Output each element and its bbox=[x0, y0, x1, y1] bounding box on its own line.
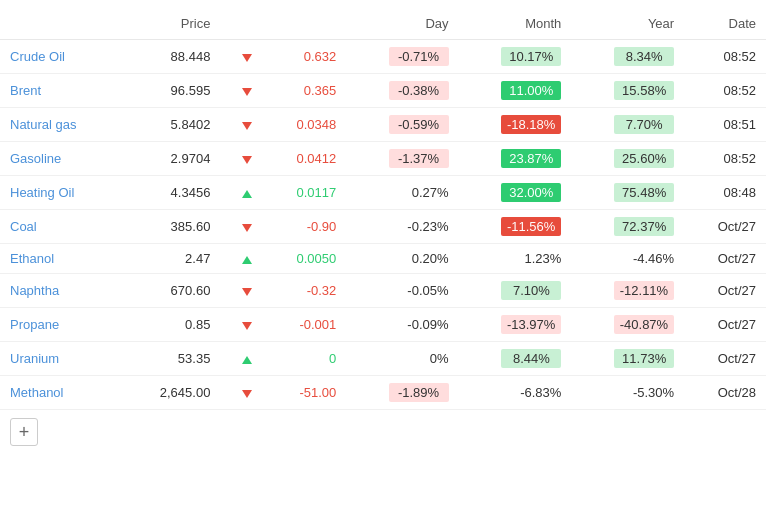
commodity-change: -0.90 bbox=[262, 210, 346, 244]
commodity-direction bbox=[220, 176, 262, 210]
commodity-direction bbox=[220, 142, 262, 176]
commodity-name[interactable]: Methanol bbox=[0, 376, 121, 410]
commodity-price: 2.9704 bbox=[121, 142, 220, 176]
commodity-year: 7.70% bbox=[571, 108, 684, 142]
commodity-price: 96.595 bbox=[121, 74, 220, 108]
col-header-arrow bbox=[220, 8, 262, 40]
commodity-date: Oct/27 bbox=[684, 244, 766, 274]
commodity-year: -40.87% bbox=[571, 308, 684, 342]
table-row: Propane0.85-0.001-0.09%-13.97%-40.87%Oct… bbox=[0, 308, 766, 342]
commodity-month: 11.00% bbox=[459, 74, 572, 108]
up-arrow-icon bbox=[242, 356, 252, 364]
commodity-change: 0.0117 bbox=[262, 176, 346, 210]
commodity-month: 10.17% bbox=[459, 40, 572, 74]
commodity-month: 8.44% bbox=[459, 342, 572, 376]
commodity-direction bbox=[220, 376, 262, 410]
commodity-day: 0.27% bbox=[346, 176, 458, 210]
col-header-year: Year bbox=[571, 8, 684, 40]
up-arrow-icon bbox=[242, 190, 252, 198]
commodity-date: Oct/27 bbox=[684, 342, 766, 376]
commodity-price: 88.448 bbox=[121, 40, 220, 74]
commodity-year: 72.37% bbox=[571, 210, 684, 244]
table-row: Crude Oil88.4480.632-0.71%10.17%8.34%08:… bbox=[0, 40, 766, 74]
commodity-date: Oct/28 bbox=[684, 376, 766, 410]
commodity-day: -0.23% bbox=[346, 210, 458, 244]
commodity-year: 8.34% bbox=[571, 40, 684, 74]
col-header-change bbox=[262, 8, 346, 40]
commodity-month: 23.87% bbox=[459, 142, 572, 176]
commodity-name[interactable]: Coal bbox=[0, 210, 121, 244]
commodity-year: 75.48% bbox=[571, 176, 684, 210]
commodity-direction bbox=[220, 274, 262, 308]
commodity-date: Oct/27 bbox=[684, 308, 766, 342]
commodity-year: 25.60% bbox=[571, 142, 684, 176]
commodity-change: 0.0412 bbox=[262, 142, 346, 176]
commodity-day: -0.05% bbox=[346, 274, 458, 308]
commodity-day: -0.71% bbox=[346, 40, 458, 74]
commodity-name[interactable]: Natural gas bbox=[0, 108, 121, 142]
commodity-day: -1.89% bbox=[346, 376, 458, 410]
commodity-name[interactable]: Naphtha bbox=[0, 274, 121, 308]
commodity-month: -13.97% bbox=[459, 308, 572, 342]
commodity-date: 08:51 bbox=[684, 108, 766, 142]
down-arrow-icon bbox=[242, 322, 252, 330]
commodity-day: -0.38% bbox=[346, 74, 458, 108]
commodity-day: -1.37% bbox=[346, 142, 458, 176]
down-arrow-icon bbox=[242, 224, 252, 232]
commodity-price: 5.8402 bbox=[121, 108, 220, 142]
commodity-name[interactable]: Brent bbox=[0, 74, 121, 108]
table-row: Coal385.60-0.90-0.23%-11.56%72.37%Oct/27 bbox=[0, 210, 766, 244]
down-arrow-icon bbox=[242, 156, 252, 164]
table-row: Heating Oil4.34560.01170.27%32.00%75.48%… bbox=[0, 176, 766, 210]
commodity-date: 08:52 bbox=[684, 74, 766, 108]
col-header-date: Date bbox=[684, 8, 766, 40]
commodity-day: -0.09% bbox=[346, 308, 458, 342]
commodity-change: 0.632 bbox=[262, 40, 346, 74]
commodity-direction bbox=[220, 342, 262, 376]
commodity-change: -0.32 bbox=[262, 274, 346, 308]
down-arrow-icon bbox=[242, 288, 252, 296]
commodity-month: -6.83% bbox=[459, 376, 572, 410]
table-row: Methanol2,645.00-51.00-1.89%-6.83%-5.30%… bbox=[0, 376, 766, 410]
add-row-button[interactable]: + bbox=[10, 418, 38, 446]
down-arrow-icon bbox=[242, 122, 252, 130]
down-arrow-icon bbox=[242, 54, 252, 62]
commodity-date: Oct/27 bbox=[684, 210, 766, 244]
commodity-price: 4.3456 bbox=[121, 176, 220, 210]
commodity-name[interactable]: Ethanol bbox=[0, 244, 121, 274]
col-header-name bbox=[0, 8, 121, 40]
commodity-price: 53.35 bbox=[121, 342, 220, 376]
commodity-month: -18.18% bbox=[459, 108, 572, 142]
commodity-date: 08:52 bbox=[684, 40, 766, 74]
commodity-change: 0 bbox=[262, 342, 346, 376]
col-header-price: Price bbox=[121, 8, 220, 40]
commodity-price: 0.85 bbox=[121, 308, 220, 342]
commodity-name[interactable]: Heating Oil bbox=[0, 176, 121, 210]
commodity-month: 1.23% bbox=[459, 244, 572, 274]
commodity-name[interactable]: Crude Oil bbox=[0, 40, 121, 74]
commodity-name[interactable]: Gasoline bbox=[0, 142, 121, 176]
commodity-change: -51.00 bbox=[262, 376, 346, 410]
commodity-direction bbox=[220, 40, 262, 74]
table-row: Ethanol2.470.00500.20%1.23%-4.46%Oct/27 bbox=[0, 244, 766, 274]
commodity-price: 2.47 bbox=[121, 244, 220, 274]
commodity-change: -0.001 bbox=[262, 308, 346, 342]
commodity-year: -12.11% bbox=[571, 274, 684, 308]
table-header-row: Price Day Month Year Date bbox=[0, 8, 766, 40]
commodities-table-container: Price Day Month Year Date Crude Oil88.44… bbox=[0, 0, 766, 523]
commodity-name[interactable]: Uranium bbox=[0, 342, 121, 376]
commodity-year: -5.30% bbox=[571, 376, 684, 410]
commodity-day: 0% bbox=[346, 342, 458, 376]
commodity-direction bbox=[220, 244, 262, 274]
commodity-price: 2,645.00 bbox=[121, 376, 220, 410]
commodity-change: 0.0348 bbox=[262, 108, 346, 142]
table-row: Brent96.5950.365-0.38%11.00%15.58%08:52 bbox=[0, 74, 766, 108]
commodity-date: Oct/27 bbox=[684, 274, 766, 308]
commodity-month: 7.10% bbox=[459, 274, 572, 308]
commodity-day: -0.59% bbox=[346, 108, 458, 142]
commodity-month: 32.00% bbox=[459, 176, 572, 210]
commodity-change: 0.365 bbox=[262, 74, 346, 108]
commodity-month: -11.56% bbox=[459, 210, 572, 244]
commodity-year: -4.46% bbox=[571, 244, 684, 274]
commodity-name[interactable]: Propane bbox=[0, 308, 121, 342]
